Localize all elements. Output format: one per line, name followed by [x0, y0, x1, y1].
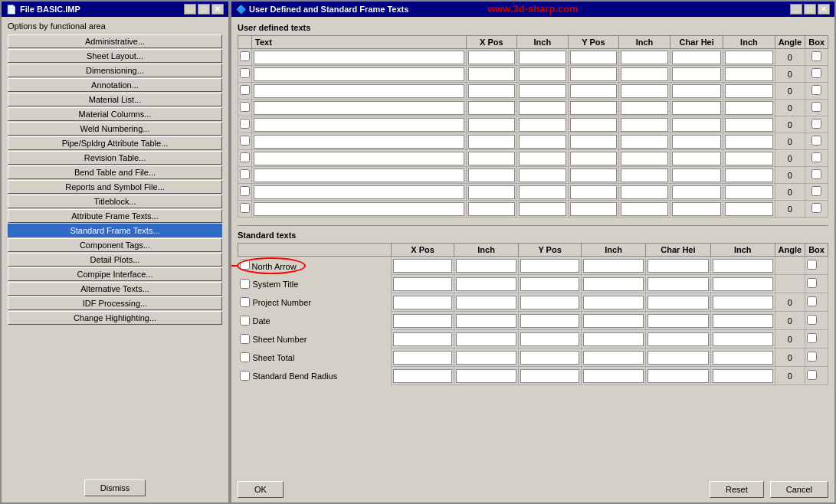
user-charhei-input-2[interactable] [672, 84, 721, 98]
user-inch2-input-0[interactable] [621, 51, 668, 64]
std-charhei-input-sheet-number[interactable] [647, 332, 709, 346]
user-inch3-input-8[interactable] [725, 185, 772, 199]
std-inch2-input-standard-bend-radius[interactable] [583, 369, 644, 383]
maximize-button[interactable]: □ [198, 4, 210, 15]
std-xpos-input-sheet-number[interactable] [393, 332, 452, 346]
user-check-6[interactable] [240, 152, 250, 162]
menu-btn-material-list[interactable]: Material List... [8, 93, 222, 106]
std-inch1-input-north-arrow[interactable] [456, 259, 516, 273]
std-box-check-system-title[interactable] [807, 278, 817, 288]
std-charhei-input-project-number[interactable] [647, 296, 709, 309]
reset-button[interactable]: Reset [710, 481, 764, 498]
user-text-input-1[interactable] [254, 67, 464, 81]
user-charhei-input-8[interactable] [672, 185, 721, 199]
user-inch2-input-9[interactable] [621, 202, 668, 216]
user-xpos-input-5[interactable] [468, 135, 515, 149]
menu-btn-pipe-spldrg[interactable]: Pipe/Spldrg Attribute Table... [8, 136, 222, 150]
std-charhei-input-date[interactable] [647, 314, 709, 328]
user-check-5[interactable] [240, 136, 250, 146]
user-box-check-2[interactable] [811, 85, 821, 95]
std-inch1-input-project-number[interactable] [456, 296, 516, 309]
std-charhei-input-sheet-total[interactable] [647, 351, 709, 365]
std-check-date[interactable] [240, 316, 250, 326]
menu-btn-sheet-layout[interactable]: Sheet Layout... [8, 49, 222, 63]
ok-button[interactable]: OK [238, 481, 284, 498]
user-xpos-input-2[interactable] [468, 84, 515, 98]
user-inch1-input-0[interactable] [519, 51, 566, 64]
user-inch2-input-6[interactable] [621, 152, 668, 165]
user-ypos-input-5[interactable] [570, 135, 617, 149]
user-text-input-5[interactable] [254, 135, 464, 149]
user-check-8[interactable] [240, 186, 250, 196]
menu-btn-dimensioning[interactable]: Dimensioning... [8, 64, 222, 77]
std-ypos-input-sheet-total[interactable] [520, 351, 579, 365]
menu-btn-alternative-texts[interactable]: Alternative Texts... [8, 282, 222, 296]
menu-btn-revision-table[interactable]: Revision Table... [8, 151, 222, 165]
menu-btn-idf-processing[interactable]: IDF Processing... [8, 296, 222, 310]
std-check-system-title[interactable] [240, 279, 250, 289]
std-ypos-input-date[interactable] [520, 314, 579, 328]
user-text-input-4[interactable] [254, 118, 464, 132]
std-inch1-input-sheet-number[interactable] [456, 332, 516, 346]
std-ypos-input-sheet-number[interactable] [520, 332, 579, 346]
menu-btn-material-columns[interactable]: Material Columns... [8, 107, 222, 121]
std-xpos-input-project-number[interactable] [393, 296, 452, 309]
std-ypos-input-system-title[interactable] [520, 277, 579, 291]
user-box-check-8[interactable] [811, 186, 821, 196]
menu-btn-reports-symbol[interactable]: Reports and Symbol File... [8, 180, 222, 194]
std-inch3-input-project-number[interactable] [713, 296, 773, 309]
menu-btn-attribute-frame[interactable]: Attribute Frame Texts... [8, 209, 222, 223]
user-xpos-input-4[interactable] [468, 118, 515, 132]
user-inch3-input-4[interactable] [725, 118, 772, 132]
user-inch2-input-2[interactable] [621, 84, 668, 98]
user-xpos-input-3[interactable] [468, 101, 515, 115]
std-box-check-north-arrow[interactable] [807, 260, 817, 270]
menu-btn-administrative[interactable]: Administrative... [8, 34, 222, 48]
user-inch1-input-5[interactable] [519, 135, 566, 149]
user-inch3-input-9[interactable] [725, 202, 772, 216]
std-ypos-input-project-number[interactable] [520, 296, 579, 309]
std-xpos-input-sheet-total[interactable] [393, 351, 452, 365]
std-inch2-input-date[interactable] [583, 314, 644, 328]
user-inch2-input-3[interactable] [621, 101, 668, 115]
std-inch2-input-north-arrow[interactable] [583, 259, 644, 273]
right-minimize-button[interactable]: _ [790, 4, 802, 15]
std-box-check-standard-bend-radius[interactable] [807, 370, 817, 380]
user-xpos-input-8[interactable] [468, 185, 515, 199]
std-check-project-number[interactable] [240, 297, 250, 307]
user-inch2-input-8[interactable] [621, 185, 668, 199]
user-charhei-input-6[interactable] [672, 152, 721, 165]
menu-btn-component-tags[interactable]: Component Tags... [8, 238, 222, 252]
std-box-check-sheet-total[interactable] [807, 352, 817, 362]
user-charhei-input-9[interactable] [672, 202, 721, 216]
user-text-input-8[interactable] [254, 185, 464, 199]
user-check-2[interactable] [240, 85, 250, 95]
menu-btn-compipe-interface[interactable]: Compipe Interface... [8, 267, 222, 281]
std-inch1-input-system-title[interactable] [456, 277, 516, 291]
menu-btn-detail-plots[interactable]: Detail Plots... [8, 253, 222, 267]
user-inch3-input-2[interactable] [725, 84, 772, 98]
user-box-check-6[interactable] [811, 152, 821, 162]
user-text-input-3[interactable] [254, 101, 464, 115]
std-inch3-input-north-arrow[interactable] [713, 259, 773, 273]
user-charhei-input-1[interactable] [672, 67, 721, 81]
menu-btn-weld-numbering[interactable]: Weld Numbering... [8, 122, 222, 136]
user-text-input-2[interactable] [254, 84, 464, 98]
user-xpos-input-6[interactable] [468, 152, 515, 165]
user-inch2-input-5[interactable] [621, 135, 668, 149]
std-inch2-input-project-number[interactable] [583, 296, 644, 309]
user-check-1[interactable] [240, 68, 250, 78]
user-xpos-input-0[interactable] [468, 51, 515, 64]
std-inch2-input-sheet-total[interactable] [583, 351, 644, 365]
user-inch1-input-2[interactable] [519, 84, 566, 98]
user-box-check-7[interactable] [811, 169, 821, 179]
std-charhei-input-standard-bend-radius[interactable] [647, 369, 709, 383]
user-charhei-input-0[interactable] [672, 51, 721, 64]
std-xpos-input-standard-bend-radius[interactable] [393, 369, 452, 383]
user-charhei-input-7[interactable] [672, 169, 721, 182]
user-inch1-input-8[interactable] [519, 185, 566, 199]
user-inch1-input-1[interactable] [519, 67, 566, 81]
user-check-9[interactable] [240, 203, 250, 213]
user-ypos-input-3[interactable] [570, 101, 617, 115]
std-inch2-input-sheet-number[interactable] [583, 332, 644, 346]
